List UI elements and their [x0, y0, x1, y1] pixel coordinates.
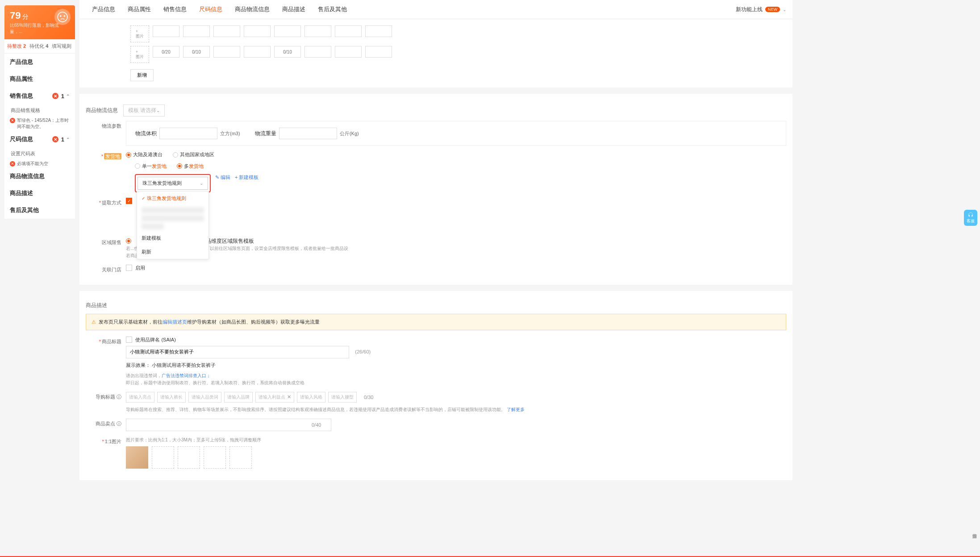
- size-input-3[interactable]: [213, 25, 240, 37]
- error-badge-icon: ✕: [52, 93, 58, 99]
- image-upload-slot[interactable]: [152, 446, 174, 469]
- tab-sales-info[interactable]: 销售信息: [157, 0, 193, 19]
- size-input-5[interactable]: [274, 25, 301, 37]
- pickup-checkbox[interactable]: ✓: [126, 198, 132, 204]
- size-counter-3[interactable]: [213, 46, 240, 58]
- image-upload-slot[interactable]: [229, 446, 252, 469]
- size-counter-1[interactable]: [153, 46, 179, 58]
- selling-point-label: 商品卖点 ⓘ: [86, 419, 126, 427]
- nav-size-table[interactable]: 设置尺码表: [4, 148, 75, 160]
- nav-after-sales[interactable]: 售后及其他: [4, 202, 75, 219]
- svg-point-1: [60, 16, 61, 17]
- plus-icon: +: [235, 175, 238, 180]
- blurred-option: [142, 223, 164, 229]
- size-counter-4[interactable]: [244, 46, 271, 58]
- radio-region-template[interactable]: [126, 238, 131, 244]
- image-upload-box[interactable]: +图片: [130, 46, 149, 63]
- tab-description[interactable]: 商品描述: [276, 0, 312, 19]
- image-label: *1:1图片: [86, 436, 126, 445]
- radio-other-country[interactable]: [173, 152, 178, 158]
- template-select[interactable]: 模板 请选择 ⌄: [123, 104, 165, 116]
- size-input-6[interactable]: [304, 25, 331, 37]
- image-upload-box[interactable]: +图片: [130, 25, 149, 42]
- product-image-thumb[interactable]: [126, 446, 148, 469]
- new-badge: NEW: [765, 7, 780, 12]
- status-rules[interactable]: 填写规则: [52, 43, 71, 50]
- nav-sales-spec[interactable]: 商品销售规格: [4, 104, 75, 116]
- edit-icon: ✎: [215, 175, 219, 180]
- ship-from-label: *发货地: [86, 151, 126, 160]
- enable-checkbox[interactable]: [126, 265, 132, 271]
- guide-tag-waist[interactable]: 请输入腰型: [328, 392, 357, 403]
- check-icon: ✓: [142, 196, 145, 201]
- nav-product-info[interactable]: 产品信息: [4, 54, 75, 71]
- nav-product-attr[interactable]: 商品属性: [4, 71, 75, 87]
- image-upload-slot[interactable]: [178, 446, 200, 469]
- error-badge-icon: ✕: [52, 136, 58, 142]
- ad-law-link[interactable]: 广告法违禁词排查入口；: [162, 373, 211, 378]
- learn-more-link[interactable]: 了解更多: [507, 407, 525, 412]
- selling-point-input[interactable]: [126, 419, 331, 431]
- nav-sales-info[interactable]: 销售信息 ✕1⌃: [4, 87, 75, 104]
- logistics-panel: 商品物流信息 模板 请选择 ⌄ 物流参数 物流体积 立方(m3) 物流重量 公斤…: [79, 94, 792, 285]
- guide-tag-benefit[interactable]: 请输入利益点✕: [255, 392, 294, 403]
- weight-input[interactable]: [279, 128, 337, 139]
- guide-tag-highlight[interactable]: 请输入亮点: [126, 392, 154, 403]
- radio-mainland[interactable]: [126, 152, 131, 158]
- score-card: 79 分 比65%同行落后，影响流量，...: [4, 5, 75, 39]
- tab-after-sales[interactable]: 售后及其他: [312, 0, 353, 19]
- add-button[interactable]: 新增: [130, 69, 154, 81]
- size-counter-5[interactable]: [274, 46, 301, 58]
- radio-multi-ship[interactable]: [177, 163, 182, 169]
- new-template-link[interactable]: +新建模板: [235, 174, 259, 181]
- size-input-7[interactable]: [335, 25, 362, 37]
- size-input-4[interactable]: [244, 25, 271, 37]
- size-counter-8[interactable]: [365, 46, 392, 58]
- size-input-8[interactable]: [365, 25, 392, 37]
- dropdown-option-selected[interactable]: ✓ 珠三角发货地规则: [137, 191, 209, 205]
- tab-product-attr[interactable]: 商品属性: [121, 0, 157, 19]
- close-icon[interactable]: ✕: [287, 394, 291, 400]
- nav-logistics[interactable]: 商品物流信息: [4, 168, 75, 185]
- tab-product-info[interactable]: 产品信息: [86, 0, 121, 19]
- dropdown-refresh[interactable]: 刷新: [137, 245, 209, 259]
- product-title-input[interactable]: [126, 346, 349, 358]
- volume-input[interactable]: [159, 128, 217, 139]
- size-counter-7[interactable]: [335, 46, 362, 58]
- left-sidebar: 79 分 比65%同行落后，影响流量，... 待整改 2 待优化 4 填写规则 …: [4, 5, 75, 219]
- use-brand-label: 使用品牌名 (SAIA): [135, 337, 175, 342]
- edit-link[interactable]: ✎编辑: [215, 174, 230, 181]
- dropdown-new-template[interactable]: 新建模板: [137, 231, 209, 245]
- edit-desc-link[interactable]: 编辑描述页: [163, 319, 187, 324]
- chevron-up-icon: ⌃: [66, 94, 70, 99]
- size-input-2[interactable]: [183, 25, 210, 37]
- tab-size-info[interactable]: 尺码信息: [193, 0, 229, 19]
- selling-counter: 0/40: [312, 422, 321, 428]
- svg-point-0: [58, 12, 67, 22]
- main-content: 产品信息 商品属性 销售信息 尺码信息 商品物流信息 商品描述 售后及其他 新功…: [79, 0, 792, 504]
- size-counter-2[interactable]: [183, 46, 210, 58]
- guide-tag-category[interactable]: 请输入品类词: [188, 392, 221, 403]
- status-pending-fix[interactable]: 待整改 2: [7, 43, 26, 50]
- customer-service-button[interactable]: 客服: [964, 210, 977, 226]
- guide-tag-style[interactable]: 请输入风格: [297, 392, 325, 403]
- status-pending-optimize[interactable]: 待优化 4: [29, 43, 48, 50]
- guide-tag-length[interactable]: 请输入裤长: [157, 392, 186, 403]
- tab-logistics[interactable]: 商品物流信息: [229, 0, 276, 19]
- nav-size-info[interactable]: 尺码信息 ✕1⌃: [4, 131, 75, 148]
- radio-single-ship[interactable]: [135, 163, 140, 169]
- status-tabs: 待整改 2 待优化 4 填写规则: [4, 39, 75, 53]
- dropdown-list: ✓ 珠三角发货地规则 新建模板 刷新: [137, 191, 209, 259]
- nav-description[interactable]: 商品描述: [4, 185, 75, 202]
- chevron-down-icon[interactable]: ⌄: [783, 7, 786, 12]
- size-counter-6[interactable]: [304, 46, 331, 58]
- size-input-1[interactable]: [153, 25, 179, 37]
- new-feature-label[interactable]: 新功能上线: [736, 6, 763, 13]
- params-label: 物流参数: [86, 121, 126, 129]
- ship-rule-select[interactable]: 珠三角发货地规则 ⌄: [138, 177, 208, 190]
- guide-label: 导购标题 ⓘ: [86, 392, 126, 400]
- brand-checkbox[interactable]: [126, 337, 132, 343]
- image-upload-slot[interactable]: [204, 446, 226, 469]
- blurred-option: [142, 207, 204, 213]
- guide-tag-brand[interactable]: 请输入品牌: [224, 392, 253, 403]
